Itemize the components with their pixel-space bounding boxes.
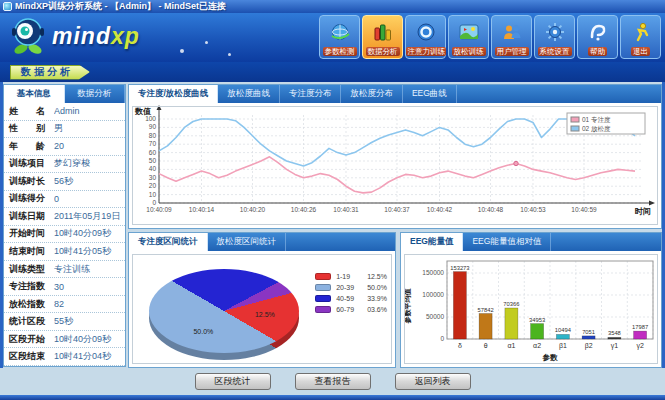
svg-text:δ: δ: [458, 342, 462, 349]
pie-legend-percent: 03.6%: [367, 306, 387, 313]
info-value: 56秒: [54, 175, 125, 188]
pie-legend-row: 1-1912.5%: [315, 273, 387, 280]
bar-θ: [479, 314, 492, 340]
curve-tab-2[interactable]: 专注度分布: [280, 85, 342, 103]
svg-text:γ1: γ1: [611, 342, 619, 350]
svg-text:10:40:48: 10:40:48: [478, 206, 504, 213]
curve-tab-0[interactable]: 专注度/放松度曲线: [129, 85, 218, 103]
toolbar-button-relax-training[interactable]: 放松训练: [448, 15, 489, 59]
window-title: MindXP训练分析系统 - 【Admin】 - MindSet已连接: [15, 0, 226, 13]
help-icon: [586, 16, 610, 47]
basic-info-table: 姓 名Admin性 别男年 龄20训练项目梦幻穿梭训练时长56秒训练得分0训练日…: [4, 103, 125, 366]
toolbar-button-label: 数据分析: [366, 47, 400, 56]
toolbar-button-system-settings[interactable]: 系统设置: [534, 15, 575, 59]
series-1: [159, 119, 635, 166]
svg-text:10494: 10494: [555, 327, 572, 333]
info-value: 10时41分04秒: [54, 350, 125, 363]
content-area: 基本信息数据分析 姓 名Admin性 别男年 龄20训练项目梦幻穿梭训练时长56…: [0, 82, 665, 368]
svg-text:100000: 100000: [422, 291, 444, 298]
bar-α1: [505, 308, 518, 339]
info-label: 训练时长: [4, 175, 54, 188]
toolbar-button-exit[interactable]: 退出: [620, 15, 661, 59]
svg-text:100: 100: [145, 115, 156, 122]
mascot-icon: [8, 16, 48, 56]
pie-legend-range: 20-39: [336, 284, 362, 291]
info-row: 性 别男: [4, 121, 125, 139]
pie-slice-label: 12.5%: [255, 311, 275, 318]
info-row: 训练日期2011年05月19日: [4, 208, 125, 226]
info-row: 结束时间10时41分05秒: [4, 243, 125, 261]
pie-tab-1[interactable]: 放松度区间统计: [208, 233, 287, 251]
toolbar-button-globe-monitor[interactable]: 参数检测: [319, 15, 360, 59]
section-banner: 数据分析: [0, 62, 665, 82]
info-label: 训练得分: [4, 192, 54, 205]
svg-text:10:40:59: 10:40:59: [571, 206, 597, 213]
info-value: 10时40分09秒: [54, 333, 125, 346]
relax-training-icon: [457, 16, 481, 47]
info-value: 梦幻穿梭: [54, 157, 125, 170]
toolbar-button-label: 帮助: [588, 47, 607, 56]
svg-text:10:40:26: 10:40:26: [291, 206, 317, 213]
svg-text:参数: 参数: [542, 353, 559, 362]
sidebar-tab-1[interactable]: 数据分析: [65, 85, 126, 103]
sparkle-decoration: [180, 49, 184, 53]
bar-β1: [556, 334, 569, 339]
curve-tabbar: 专注度/放松度曲线放松度曲线专注度分布放松度分布EEG曲线: [129, 85, 661, 103]
pie-chart: 1-1912.5%20-3950.0%40-5933.9%60-7903.6% …: [129, 251, 395, 367]
info-row: 开始时间10时40分09秒: [4, 226, 125, 244]
info-label: 放松指数: [4, 298, 54, 311]
pie-legend-percent: 33.9%: [367, 295, 387, 302]
sidebar-tab-0[interactable]: 基本信息: [4, 85, 65, 103]
pie-legend-range: 60-79: [336, 306, 362, 313]
main-toolbar: mindxp 参数检测数据分析注意力训练放松训练用户管理系统设置帮助退出: [0, 13, 665, 62]
svg-text:γ2: γ2: [636, 342, 644, 350]
info-row: 区段开始10时40分09秒: [4, 331, 125, 349]
curve-tab-4[interactable]: EEG曲线: [403, 85, 457, 103]
toolbar-button-data-analysis[interactable]: 数据分析: [362, 15, 403, 59]
curve-tab-1[interactable]: 放松度曲线: [218, 85, 280, 103]
info-label: 训练日期: [4, 210, 54, 223]
system-settings-icon: [543, 16, 567, 47]
footer-button-1[interactable]: 查看报告: [295, 373, 371, 390]
svg-text:50000: 50000: [426, 313, 444, 320]
pie-legend-range: 1-19: [336, 273, 362, 280]
data-analysis-icon: [371, 16, 395, 47]
info-label: 结束时间: [4, 245, 54, 258]
svg-text:60: 60: [149, 149, 157, 156]
svg-text:01 专注度: 01 专注度: [582, 116, 611, 124]
svg-text:数值: 数值: [134, 107, 151, 116]
info-row: 训练类型专注训练: [4, 261, 125, 279]
pie-legend-row: 40-5933.9%: [315, 295, 387, 302]
bar-tab-0[interactable]: EEG能量值: [401, 233, 463, 251]
info-value: 2011年05月19日: [54, 210, 125, 223]
info-label: 区段开始: [4, 333, 54, 346]
info-value: Admin: [54, 106, 125, 116]
svg-text:θ: θ: [484, 342, 488, 349]
svg-text:10:40:42: 10:40:42: [427, 206, 453, 213]
info-label: 区段结束: [4, 350, 54, 363]
pie-tab-0[interactable]: 专注度区间统计: [129, 233, 208, 251]
pie-legend-range: 40-59: [336, 295, 362, 302]
info-value: 55秒: [54, 315, 125, 328]
info-row: 放松指数82: [4, 296, 125, 314]
info-row: 年 龄20: [4, 138, 125, 156]
footer-button-0[interactable]: 区段统计: [195, 373, 271, 390]
bar-tab-1[interactable]: EEG能量值相对值: [463, 233, 551, 251]
info-value: 20: [54, 141, 125, 151]
toolbar-button-attention-training[interactable]: 注意力训练: [405, 15, 446, 59]
toolbar-button-user-management[interactable]: 用户管理: [491, 15, 532, 59]
title-bar: MindXP训练分析系统 - 【Admin】 - MindSet已连接: [0, 0, 665, 13]
svg-text:57842: 57842: [478, 307, 494, 313]
svg-text:10: 10: [149, 191, 157, 198]
curve-tab-3[interactable]: 放松度分布: [341, 85, 403, 103]
footer-button-2[interactable]: 返回列表: [395, 373, 471, 390]
user-management-icon: [500, 16, 524, 47]
info-value: 82: [54, 299, 125, 309]
pie-panel: 专注度区间统计放松度区间统计 1-1912.5%20-3950.0%40-593…: [128, 232, 396, 368]
bar-chart-svg: 050000100000150000153273δ57842θ70366α134…: [401, 251, 661, 366]
mindxp-logo: mindxp: [8, 16, 140, 56]
toolbar-button-help[interactable]: 帮助: [577, 15, 618, 59]
pie-legend-percent: 12.5%: [367, 273, 387, 280]
info-row: 专注指数30: [4, 278, 125, 296]
pie-legend-chip: [315, 306, 331, 313]
